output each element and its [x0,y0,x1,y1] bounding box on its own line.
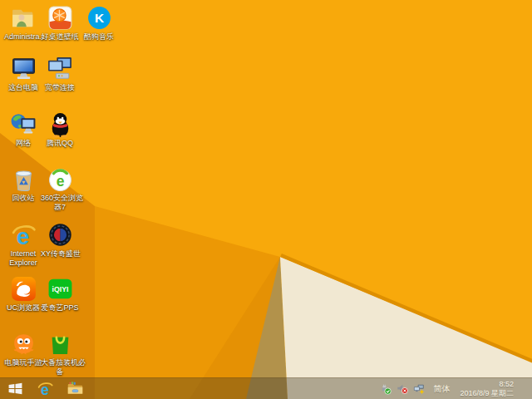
ie-icon: e [10,221,37,249]
network-icon [10,111,37,138]
desktop-icon-uc-browser[interactable]: UC浏览器 [4,275,42,313]
internet-explorer-taskbar[interactable]: e [30,378,60,399]
desktop-icon-label: 360安全浏览器7 [41,194,79,212]
wallpaper-app-icon [47,4,74,32]
kugou-icon: K [86,4,113,32]
desktop-icon-this-pc[interactable]: 这台电脑 [4,55,42,92]
folder-user-icon [10,4,37,32]
recycle-bin-icon [10,165,37,193]
desktop-icon-label: Administra... [4,32,42,42]
clock-date: 2016/8/9 星期二 [460,389,514,398]
desktop-icon-label: XY传奇盛世 [41,249,79,259]
volume-muted-tray-icon[interactable] [397,383,408,395]
start-button[interactable] [0,378,30,399]
desktop-icon-xy-chuanqi-game[interactable]: XY传奇盛世 [41,221,79,259]
desktop-icon-label: InternetExplorer [4,249,42,268]
desktop-icon-recycle-bin[interactable]: 回收站 [4,165,42,203]
desktop-icon-tencent-qq[interactable]: 腾讯QQ [41,111,79,148]
broadband-icon [47,55,74,82]
desktop-icon-administrator-folder[interactable]: Administra... [4,4,42,42]
desktop-icon-internet-explorer[interactable]: eInternetExplorer [4,221,42,268]
desktop-icon-label: 好桌道壁纸 [41,32,79,42]
usb-safely-remove-tray-icon[interactable] [380,383,392,395]
taskbar: e 简体 8:52 2016/8/9 星期二 [0,377,532,399]
desktop-icon-grid: Administra...好桌道壁纸K酷狗音乐这台电脑宽带连接网络腾讯QQ回收站… [0,0,532,377]
file-explorer-icon [66,380,84,397]
show-desktop-button[interactable] [527,378,532,399]
iqiyi-icon: iQIYI [47,275,74,303]
desktop-icon-label: 宽带连接 [41,83,79,92]
desktop-icon-label: 回收站 [4,194,42,203]
desktop-icon-label: UC浏览器 [4,303,42,313]
desktop-icon-datomato-setup-essentials[interactable]: 大番茄装机必备 [41,330,79,377]
browser-360-icon: e [47,165,74,193]
tray-icons [380,383,430,395]
desktop-icon-label: 酷狗音乐 [80,32,118,42]
network-warning-tray-icon[interactable] [413,383,425,395]
qq-icon [47,111,74,138]
svg-text:K: K [94,11,104,25]
bag-icon [47,330,74,357]
system-tray: 简体 8:52 2016/8/9 星期二 [380,378,532,399]
desktop-icon-label: 腾讯QQ [41,139,79,148]
desktop-icon-label: 电脑玩手游 [4,358,42,367]
xy-game-icon [47,221,74,249]
desktop-icon-kugou-music[interactable]: K酷狗音乐 [80,4,118,42]
desktop-icon-iqiyi-pps[interactable]: iQIYI爱奇艺PPS [41,275,79,313]
svg-text:iQIYI: iQIYI [52,285,68,293]
desktop-icon-label: 这台电脑 [4,83,42,92]
ie-task-icon: e [37,380,54,397]
desktop-icon-haozhuodao-wallpaper[interactable]: 好桌道壁纸 [41,4,79,42]
file-explorer-taskbar[interactable] [60,378,90,399]
desktop-icon-broadband-connection[interactable]: 宽带连接 [41,55,79,92]
taskbar-buttons: e [0,378,90,399]
desktop-icon-label: 网络 [4,139,42,148]
monster-icon [10,330,37,357]
taskbar-clock[interactable]: 8:52 2016/8/9 星期二 [460,380,514,397]
desktop-icon-label: 爱奇艺PPS [41,303,79,313]
uc-icon [10,275,37,303]
desktop-icon-label: 大番茄装机必备 [41,358,79,377]
desktop-icon-pc-play-mobile-games[interactable]: 电脑玩手游 [4,330,42,367]
computer-icon [10,55,37,82]
clock-time: 8:52 [460,380,514,389]
language-indicator[interactable]: 简体 [433,383,450,395]
svg-text:e: e [56,173,64,190]
desktop-icon-network[interactable]: 网络 [4,111,42,148]
desktop-icon-360-safe-browser[interactable]: e360安全浏览器7 [41,165,79,212]
windows-logo-icon [7,381,23,397]
